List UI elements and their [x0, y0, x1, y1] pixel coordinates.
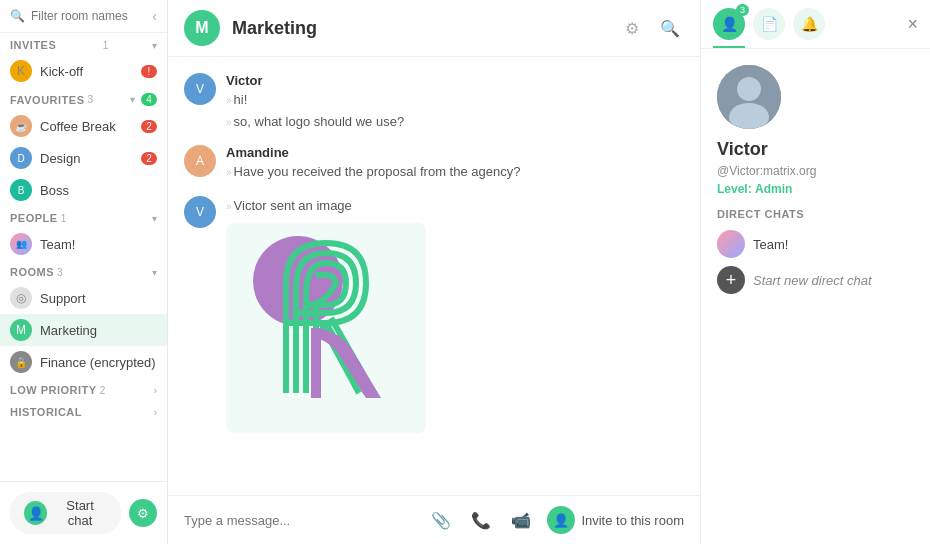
quote-icon: »: [226, 95, 232, 106]
attachment-button[interactable]: 📎: [427, 506, 455, 534]
sidebar-item-design[interactable]: D Design 2: [0, 142, 167, 174]
level-label: Level:: [717, 182, 752, 196]
people-label: PEOPLE: [10, 212, 58, 224]
people-arrow: ▾: [152, 213, 157, 224]
invites-count: 1: [103, 40, 109, 51]
invite-icon: 👤: [547, 506, 575, 534]
low-priority-section-header[interactable]: LOW PRIORITY 2 ›: [0, 378, 167, 400]
profile-handle: @Victor:matrix.org: [717, 164, 914, 178]
coffee-badge: 2: [141, 120, 157, 133]
victor-image-content: »Victor sent an image: [226, 196, 684, 434]
support-icon: ◎: [10, 287, 32, 309]
victor-avatar: V: [184, 73, 216, 105]
sidebar-item-marketing[interactable]: M Marketing: [0, 314, 167, 346]
main-chat-area: M Marketing ⚙ 🔍 V Victor »hi! »so, what …: [168, 0, 700, 544]
marketing-icon: M: [10, 319, 32, 341]
room-settings-button[interactable]: ⚙: [618, 14, 646, 42]
victor-sender: Victor: [226, 73, 684, 88]
design-avatar: D: [10, 147, 32, 169]
svg-point-2: [737, 77, 761, 101]
sidebar-footer: 👤 Start chat ⚙: [0, 481, 167, 544]
start-chat-button[interactable]: 👤 Start chat: [10, 492, 121, 534]
profile-avatar-img: [717, 65, 781, 129]
search-input[interactable]: [31, 9, 146, 23]
new-direct-chat-label: Start new direct chat: [753, 273, 872, 288]
sidebar-item-kickoff[interactable]: K Kick-off !: [0, 55, 167, 87]
room-avatar: M: [184, 10, 220, 46]
team-avatar: 👥: [10, 233, 32, 255]
sidebar-search-bar[interactable]: 🔍 ‹: [0, 0, 167, 33]
sidebar-item-team[interactable]: 👥 Team!: [0, 228, 167, 260]
direct-chats-section: DIRECT CHATS Team! + Start new direct ch…: [717, 208, 914, 294]
panel-tab-members[interactable]: 👤 3: [713, 8, 745, 40]
settings-button[interactable]: ⚙: [129, 499, 157, 527]
amandine-message-content: Amandine »Have you received the proposal…: [226, 145, 684, 184]
gear-icon: ⚙: [137, 506, 149, 521]
new-chat-icon: +: [717, 266, 745, 294]
direct-chats-title: DIRECT CHATS: [717, 208, 914, 220]
design-badge: 2: [141, 152, 157, 165]
files-icon: 📄: [761, 16, 778, 32]
victor-avatar-2: V: [184, 196, 216, 228]
messages-area: V Victor »hi! »so, what logo should we u…: [168, 57, 700, 495]
rooms-section-header[interactable]: ROOMS 3 ▾: [0, 260, 167, 282]
collapse-icon[interactable]: ‹: [152, 8, 157, 24]
right-panel-tabs: 👤 3 📄 🔔 ×: [701, 0, 930, 49]
kickoff-badge: !: [141, 65, 157, 78]
invite-button[interactable]: 👤 Invite to this room: [547, 506, 684, 534]
header-actions: ⚙ 🔍: [618, 14, 684, 42]
rooms-count: 3: [57, 267, 63, 278]
message-input[interactable]: [184, 513, 415, 528]
historical-arrow: ›: [154, 407, 157, 418]
boss-avatar: B: [10, 179, 32, 201]
historical-section-header[interactable]: HISTORICAL ›: [0, 400, 167, 422]
sidebar-item-boss[interactable]: B Boss: [0, 174, 167, 206]
favourites-label: FAVOURITES: [10, 94, 84, 106]
marketing-label: Marketing: [40, 323, 157, 338]
tab-badge: 3: [736, 4, 749, 16]
coffee-avatar: ☕: [10, 115, 32, 137]
invites-section-header[interactable]: INVITES 1 ▾: [0, 33, 167, 55]
phone-icon: 📞: [471, 511, 491, 530]
panel-tab-underline: [713, 46, 745, 48]
r-logo-svg: [226, 223, 426, 433]
gear-icon: ⚙: [625, 19, 639, 38]
team-label: Team!: [40, 237, 157, 252]
kickoff-label: Kick-off: [40, 64, 141, 79]
sidebar-item-finance[interactable]: 🔒 Finance (encrypted): [0, 346, 167, 378]
low-priority-label: LOW PRIORITY: [10, 384, 97, 396]
bell-icon: 🔔: [801, 16, 818, 32]
finance-avatar: 🔒: [10, 351, 32, 373]
image-preview: [226, 223, 426, 433]
attachment-icon: 📎: [431, 511, 451, 530]
amandine-msg-1: »Have you received the proposal from the…: [226, 162, 684, 182]
video-button[interactable]: 📹: [507, 506, 535, 534]
panel-close-button[interactable]: ×: [907, 14, 918, 35]
people-section-header[interactable]: PEOPLE 1 ▾: [0, 206, 167, 228]
room-title: Marketing: [232, 18, 317, 39]
direct-chat-team-avatar: [717, 230, 745, 258]
low-priority-count: 2: [100, 385, 106, 396]
search-icon: 🔍: [660, 19, 680, 38]
amandine-avatar: A: [184, 145, 216, 177]
panel-tab-files[interactable]: 📄: [753, 8, 785, 40]
call-button[interactable]: 📞: [467, 506, 495, 534]
sidebar-item-support[interactable]: ◎ Support: [0, 282, 167, 314]
profile-level: Level: Admin: [717, 182, 914, 196]
finance-label: Finance (encrypted): [40, 355, 157, 370]
design-label: Design: [40, 151, 141, 166]
new-direct-chat-button[interactable]: + Start new direct chat: [717, 266, 914, 294]
panel-tab-notifications[interactable]: 🔔: [793, 8, 825, 40]
quote-icon-2: »: [226, 117, 232, 128]
favourites-arrow: ▾: [130, 94, 135, 105]
direct-chat-item-team[interactable]: Team!: [717, 230, 914, 258]
kickoff-icon: K: [10, 60, 32, 82]
favourites-section-header[interactable]: FAVOURITES 3 ▾ 4: [0, 87, 167, 110]
sidebar-item-coffee[interactable]: ☕ Coffee Break 2: [0, 110, 167, 142]
direct-chat-team-name: Team!: [753, 237, 788, 252]
room-search-button[interactable]: 🔍: [656, 14, 684, 42]
start-chat-label: Start chat: [53, 498, 107, 528]
boss-label: Boss: [40, 183, 157, 198]
victor-msg-1: »hi! »so, what logo should we use?: [226, 90, 684, 131]
message-group-victor-1: V Victor »hi! »so, what logo should we u…: [184, 73, 684, 133]
